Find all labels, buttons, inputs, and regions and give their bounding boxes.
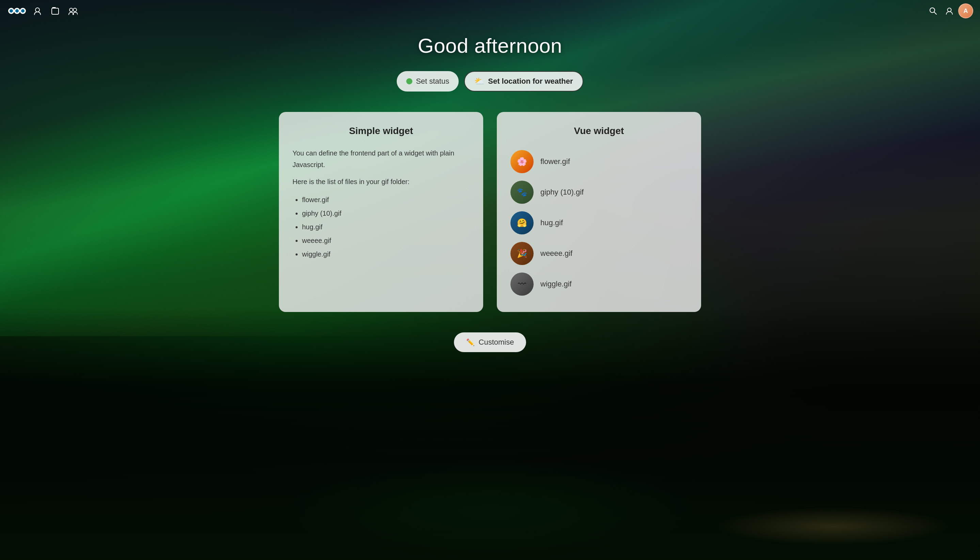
search-button[interactable] — [925, 3, 940, 18]
action-buttons-row: Set status ⛅ Set location for weather — [397, 71, 583, 92]
nextcloud-logo-icon — [8, 6, 26, 16]
vue-widget-title: Vue widget — [510, 125, 687, 137]
gif-name-1: flower.gif — [540, 157, 570, 166]
svg-point-4 — [21, 9, 25, 13]
svg-point-6 — [35, 8, 40, 12]
nav-left — [7, 3, 80, 18]
simple-widget-desc2: Here is the list of files in your gif fo… — [293, 176, 470, 187]
contacts-nav-icon — [68, 7, 78, 15]
nextcloud-logo-button[interactable] — [7, 4, 27, 18]
set-status-button[interactable]: Set status — [397, 71, 459, 92]
list-item: flower.gif — [302, 193, 470, 207]
gif-name-4: weeee.gif — [540, 249, 572, 258]
gif-avatar-3: 🤗 — [510, 211, 533, 234]
main-content: Good afternoon Set status ⛅ Set location… — [0, 0, 980, 560]
files-nav-icon — [51, 7, 60, 15]
list-item: wiggle.gif — [302, 247, 470, 261]
gif-avatar-inner: 🌸 — [510, 150, 533, 173]
simple-widget-title: Simple widget — [293, 125, 470, 137]
gif-avatar-1: 🌸 — [510, 150, 533, 173]
gif-avatar-2: 🐾 — [510, 181, 533, 204]
customise-label: Customise — [479, 338, 514, 347]
user-menu-button[interactable] — [942, 3, 957, 18]
weather-emoji: ⛅ — [474, 77, 485, 86]
nav-right: A — [925, 3, 973, 18]
contacts-nav-button[interactable] — [65, 3, 80, 18]
gif-item-5[interactable]: 〰 wiggle.gif — [510, 270, 687, 298]
gif-name-2: giphy (10).gif — [540, 188, 584, 197]
gif-avatar-inner: 🤗 — [510, 211, 533, 234]
gif-item-3[interactable]: 🤗 hug.gif — [510, 208, 687, 237]
list-item: weeee.gif — [302, 234, 470, 247]
simple-widget-file-list: flower.gif giphy (10).gif hug.gif weeee.… — [293, 193, 470, 261]
user-icon — [945, 7, 953, 15]
gif-avatar-5: 〰 — [510, 273, 533, 296]
search-icon — [929, 7, 937, 15]
svg-point-13 — [948, 8, 952, 12]
navbar: A — [0, 0, 980, 22]
status-indicator-dot — [406, 78, 412, 84]
list-item: giphy (10).gif — [302, 207, 470, 220]
status-nav-button[interactable] — [30, 3, 45, 18]
simple-widget-card: Simple widget You can define the fronten… — [279, 112, 483, 312]
gif-name-3: hug.gif — [540, 218, 563, 227]
gif-avatar-inner: 🐾 — [510, 181, 533, 204]
svg-point-9 — [69, 8, 73, 12]
set-weather-label: Set location for weather — [488, 77, 573, 86]
gif-name-5: wiggle.gif — [540, 280, 572, 288]
avatar[interactable]: A — [958, 3, 973, 18]
widgets-row: Simple widget You can define the fronten… — [279, 112, 701, 312]
set-status-label: Set status — [416, 77, 449, 86]
vue-widget-card: Vue widget 🌸 flower.gif 🐾 giphy (10).gif — [497, 112, 701, 312]
gif-item-2[interactable]: 🐾 giphy (10).gif — [510, 178, 687, 207]
svg-rect-8 — [52, 8, 59, 14]
list-item: hug.gif — [302, 220, 470, 234]
files-nav-button[interactable] — [48, 3, 63, 18]
svg-point-10 — [73, 8, 77, 12]
vue-widget-gif-list: 🌸 flower.gif 🐾 giphy (10).gif 🤗 hug.gif — [510, 147, 687, 298]
svg-line-12 — [934, 12, 937, 15]
set-weather-button[interactable]: ⛅ Set location for weather — [464, 71, 583, 92]
gif-item-1[interactable]: 🌸 flower.gif — [510, 147, 687, 176]
svg-point-5 — [15, 9, 19, 13]
gif-avatar-4: 🎉 — [510, 242, 533, 265]
status-nav-icon — [33, 7, 42, 15]
gif-avatar-inner: 🎉 — [510, 242, 533, 265]
simple-widget-desc1: You can define the frontend part of a wi… — [293, 147, 470, 170]
gif-item-4[interactable]: 🎉 weeee.gif — [510, 239, 687, 268]
greeting-text: Good afternoon — [418, 34, 562, 57]
pencil-icon: ✏️ — [466, 338, 475, 346]
svg-point-3 — [10, 9, 13, 13]
gif-avatar-inner: 〰 — [510, 273, 533, 296]
customise-button[interactable]: ✏️ Customise — [454, 332, 527, 352]
